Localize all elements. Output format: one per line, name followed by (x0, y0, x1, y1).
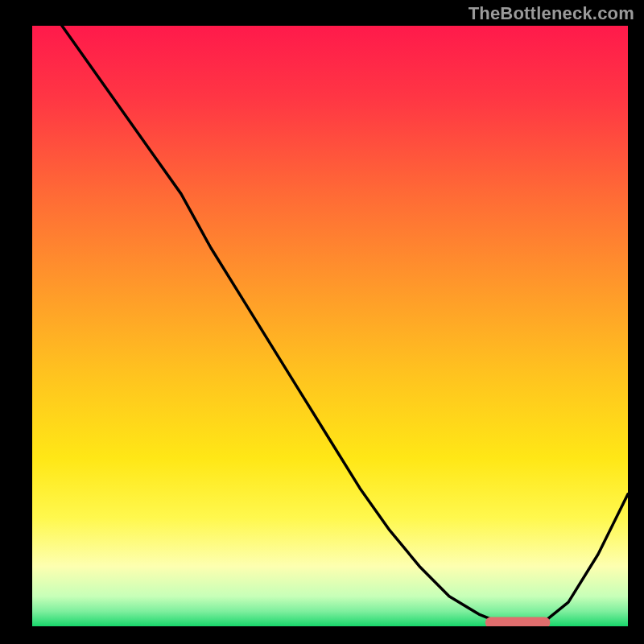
gradient-background (32, 26, 628, 626)
plot-area (32, 0, 628, 626)
bottleneck-chart (0, 0, 644, 644)
chart-stage: TheBottleneck.com (0, 0, 644, 644)
